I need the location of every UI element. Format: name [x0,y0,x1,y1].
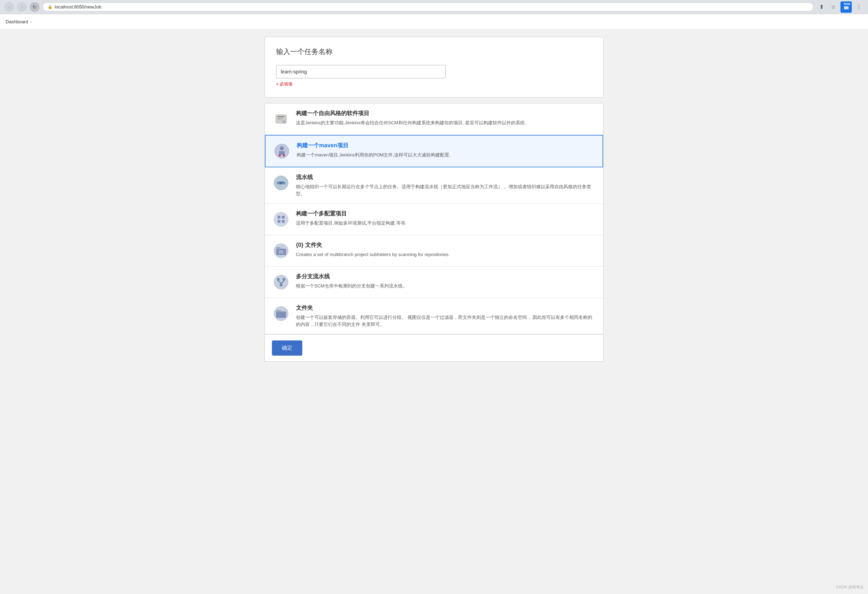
confirm-button[interactable]: 确定 [272,340,302,356]
svg-point-23 [282,278,285,281]
back-button[interactable]: ‹ [4,2,14,12]
job-type-item-pipeline[interactable]: 流水线精心地组织一个可以长期运行在多个节点上的任务。适用于构建流水线（更加正式地… [265,167,603,204]
job-type-desc-multibranch: 根据一个SCM仓库中检测到的分支创建一系列流水线。 [296,282,596,290]
reload-button[interactable]: ↻ [30,2,40,12]
job-type-content-multiconfig: 构建一个多配置项目适用于多配置项目,例如多环境测试,平台指定构建,等等. [296,210,596,227]
svg-point-3 [282,120,286,124]
required-hint: » 必填项 [276,81,592,87]
svg-point-24 [280,284,282,287]
menu-button[interactable]: ⋮ [854,2,864,12]
breadcrumb: Dashboard › [0,14,868,30]
job-type-title-freestyle: 构建一个自由风格的软件项目 [296,110,596,117]
breadcrumb-home[interactable]: Dashboard [6,19,28,24]
job-type-title-multibranch: 多分支流水线 [296,273,596,281]
job-type-content-org-folder: {0} 文件夹Creates a set of multibranch proj… [296,242,596,258]
job-type-icon-maven [273,142,291,160]
breadcrumb-separator: › [30,19,32,24]
job-type-title-maven: 构建一个maven项目 [297,142,595,149]
job-type-desc-pipeline: 精心地组织一个可以长期运行在多个节点上的任务。适用于构建流水线（更加正式地应当称… [296,183,596,197]
job-type-title-multiconfig: 构建一个多配置项目 [296,210,596,217]
job-type-icon-multiconfig [272,210,290,229]
address-bar[interactable]: 🔒 localhost:8050/newJob [42,3,813,11]
task-name-input[interactable] [276,65,446,78]
form-title: 输入一个任务名称 [276,47,592,56]
svg-point-22 [277,278,280,281]
job-type-content-multibranch: 多分支流水线根据一个SCM仓库中检测到的分支创建一系列流水线。 [296,273,596,290]
bookmark-button[interactable]: ☆ [828,2,838,12]
svg-point-8 [283,154,285,157]
job-type-item-folder[interactable]: 文件夹创建一个可以嵌套存储的容器。利用它可以进行分组。 视图仅仅是一个过滤器，而… [265,298,603,334]
svg-rect-16 [282,220,285,223]
svg-rect-14 [282,216,285,219]
svg-point-11 [280,182,282,184]
svg-rect-1 [278,116,285,117]
svg-point-12 [274,212,288,226]
bottom-bar: 确定 [264,334,604,362]
job-type-desc-folder: 创建一个可以嵌套存储的容器。利用它可以进行分组。 视图仅仅是一个过滤器，而文件夹… [296,314,596,328]
svg-point-5 [280,146,284,151]
job-type-item-multiconfig[interactable]: 构建一个多配置项目适用于多配置项目,例如多环境测试,平台指定构建,等等. [265,204,603,235]
svg-rect-6 [279,151,285,155]
task-name-form: 输入一个任务名称 » 必填项 [264,37,604,98]
main-content: 输入一个任务名称 » 必填项 构建一个自由风格的软件项目这是Jenkins的主要… [0,30,868,369]
job-type-item-freestyle[interactable]: 构建一个自由风格的软件项目这是Jenkins的主要功能.Jenkins将会结合任… [265,103,603,135]
job-type-content-maven: 构建一个maven项目构建一个maven项目.Jenkins利用你的POM文件,… [297,142,595,158]
svg-rect-29 [276,310,281,312]
job-type-item-org-folder[interactable]: {0}{0} 文件夹Creates a set of multibranch p… [265,235,603,267]
job-type-item-maven[interactable]: 构建一个maven项目构建一个maven项目.Jenkins利用你的POM文件,… [265,135,603,167]
svg-rect-19 [276,247,280,249]
job-type-icon-folder [272,304,290,323]
job-type-icon-org-folder: {0} [272,242,290,260]
job-type-desc-multiconfig: 适用于多配置项目,例如多环境测试,平台指定构建,等等. [296,220,596,227]
svg-point-7 [279,154,281,157]
job-type-desc-freestyle: 这是Jenkins的主要功能.Jenkins将会结合任何SCM和任何构建系统来构… [296,120,596,126]
job-type-icon-freestyle [272,110,290,128]
job-type-title-org-folder: {0} 文件夹 [296,242,596,249]
job-types-list: 构建一个自由风格的软件项目这是Jenkins的主要功能.Jenkins将会结合任… [264,103,604,334]
svg-rect-28 [276,312,286,318]
share-button[interactable]: ⬆ [816,2,826,12]
job-type-title-pipeline: 流水线 [296,174,596,181]
job-type-icon-multibranch [272,273,290,291]
browser-chrome: ‹ › ↻ 🔒 localhost:8050/newJob ⬆ ☆ ⬜ New … [0,0,868,14]
url-text: localhost:8050/newJob [55,4,101,10]
lock-icon: 🔒 [48,4,53,9]
job-type-content-freestyle: 构建一个自由风格的软件项目这是Jenkins的主要功能.Jenkins将会结合任… [296,110,596,126]
svg-text:{0}: {0} [279,250,283,254]
browser-toolbar-right: ⬆ ☆ ⬜ New ⋮ [816,1,864,13]
job-type-icon-pipeline [272,174,290,192]
forward-button[interactable]: › [17,2,27,12]
svg-rect-15 [278,220,280,223]
job-type-desc-org-folder: Creates a set of multibranch project sub… [296,251,596,258]
job-type-title-folder: 文件夹 [296,304,596,312]
svg-point-21 [274,275,288,289]
job-type-desc-maven: 构建一个maven项目.Jenkins利用你的POM文件,这样可以大大减轻构建配… [297,152,595,158]
job-type-content-folder: 文件夹创建一个可以嵌套存储的容器。利用它可以进行分组。 视图仅仅是一个过滤器，而… [296,304,596,328]
svg-rect-13 [278,216,280,219]
job-type-item-multibranch[interactable]: 多分支流水线根据一个SCM仓库中检测到的分支创建一系列流水线。 [265,267,603,298]
svg-rect-2 [278,118,282,120]
job-type-content-pipeline: 流水线精心地组织一个可以长期运行在多个节点上的任务。适用于构建流水线（更加正式地… [296,174,596,197]
new-badge: New [842,1,852,6]
